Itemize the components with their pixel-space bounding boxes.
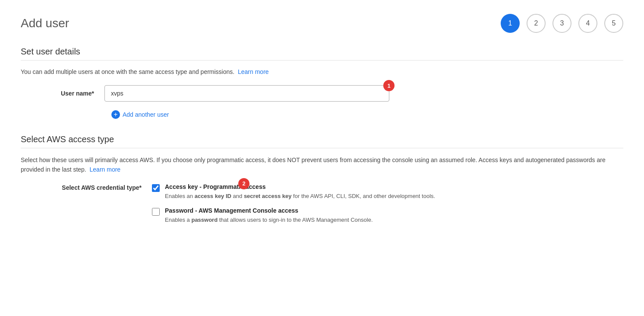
section-divider-2 bbox=[21, 148, 623, 148]
section-divider-1 bbox=[21, 60, 623, 61]
programmatic-access-desc: Enables an access key ID and secret acce… bbox=[165, 192, 435, 201]
user-name-row: User name* 1 bbox=[21, 85, 623, 102]
step-2[interactable]: 2 bbox=[527, 14, 546, 33]
learn-more-link-1[interactable]: Learn more bbox=[238, 68, 269, 75]
step-1[interactable]: 1 bbox=[501, 14, 520, 33]
console-access-content: Password - AWS Management Console access… bbox=[165, 207, 373, 224]
page-title: Add user bbox=[21, 16, 69, 30]
console-checkbox-wrapper bbox=[152, 208, 160, 217]
set-user-details-section: Set user details You can add multiple us… bbox=[21, 47, 623, 121]
step-3[interactable]: 3 bbox=[552, 14, 571, 33]
programmatic-access-checkbox[interactable] bbox=[152, 184, 160, 192]
console-access-option: Password - AWS Management Console access… bbox=[152, 207, 435, 224]
credential-row: Select AWS credential type* 2 Access key… bbox=[21, 183, 623, 224]
add-another-user-row: + Add another user bbox=[21, 109, 623, 121]
page-container: Add user 1 2 3 4 5 Set user details You … bbox=[0, 0, 644, 316]
user-name-label: User name* bbox=[55, 90, 94, 97]
access-type-title: Select AWS access type bbox=[21, 134, 623, 144]
console-access-desc: Enables a password that allows users to … bbox=[165, 216, 373, 224]
add-another-user-label: Add another user bbox=[123, 111, 169, 118]
set-user-details-description: You can add multiple users at once with … bbox=[21, 67, 623, 77]
plus-circle-icon: + bbox=[111, 110, 120, 119]
user-name-input-wrapper: 1 bbox=[104, 85, 389, 102]
credential-type-label: Select AWS credential type* bbox=[55, 183, 142, 191]
console-access-checkbox[interactable] bbox=[152, 208, 160, 216]
programmatic-access-content: Access key - Programmatic access Enables… bbox=[165, 183, 435, 201]
add-another-user-button[interactable]: + Add another user bbox=[111, 109, 169, 121]
step-indicators: 1 2 3 4 5 bbox=[501, 14, 623, 33]
step-4[interactable]: 4 bbox=[578, 14, 597, 33]
annotation-badge-2: 2 bbox=[238, 178, 249, 189]
header-row: Add user 1 2 3 4 5 bbox=[21, 14, 623, 33]
learn-more-link-2[interactable]: Learn more bbox=[90, 166, 121, 173]
annotation-badge-1: 1 bbox=[383, 80, 395, 91]
programmatic-access-option: 2 Access key - Programmatic access Enabl… bbox=[152, 183, 435, 201]
credential-options: 2 Access key - Programmatic access Enabl… bbox=[152, 183, 435, 224]
step-5[interactable]: 5 bbox=[604, 14, 623, 33]
console-access-title: Password - AWS Management Console access bbox=[165, 207, 373, 214]
set-user-details-title: Set user details bbox=[21, 47, 623, 57]
access-type-section: Select AWS access type Select how these … bbox=[21, 134, 623, 224]
access-type-description: Select how these users will primarily ac… bbox=[21, 155, 623, 175]
programmatic-access-title: Access key - Programmatic access bbox=[165, 183, 435, 190]
programmatic-checkbox-wrapper bbox=[152, 184, 160, 193]
user-name-input[interactable] bbox=[104, 85, 389, 102]
